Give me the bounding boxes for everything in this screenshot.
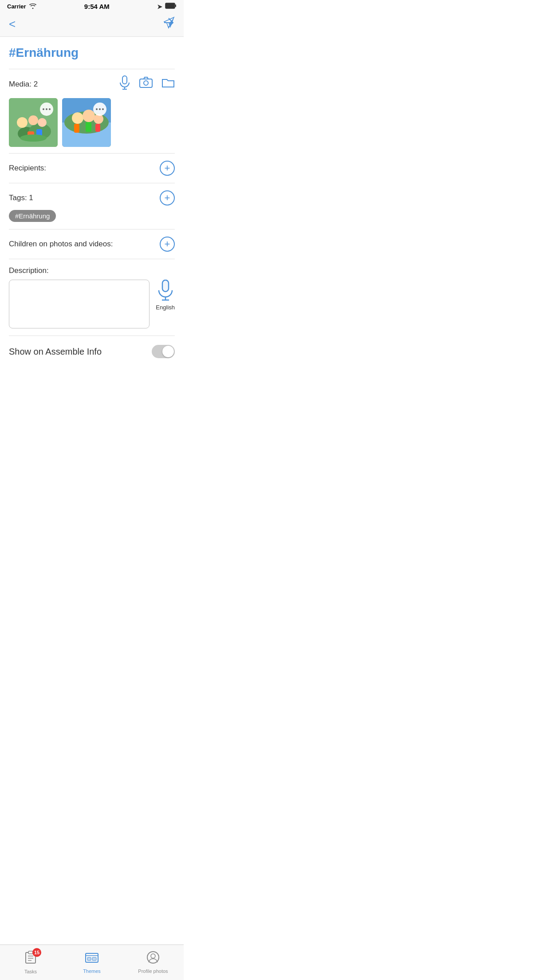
thumbnail-more-1[interactable] <box>40 103 53 116</box>
assemble-label: Show on Assemble Info <box>9 347 102 357</box>
media-section: Media: 2 <box>9 69 175 154</box>
svg-point-14 <box>38 118 47 127</box>
children-section: Children on photos and videos: + <box>9 229 175 259</box>
svg-rect-7 <box>140 79 152 87</box>
svg-rect-1 <box>175 4 176 7</box>
children-label: Children on photos and videos: <box>9 240 113 249</box>
svg-rect-29 <box>95 124 100 132</box>
svg-point-12 <box>17 117 28 128</box>
tags-section: Tags: 1 + #Ernährung <box>9 183 175 229</box>
voice-button[interactable]: English <box>156 280 175 311</box>
tags-label: Tags: 1 <box>9 194 33 202</box>
svg-point-17 <box>20 134 47 142</box>
add-recipients-button[interactable]: + <box>160 161 175 176</box>
thumbnail-more-2[interactable] <box>93 103 106 116</box>
svg-rect-0 <box>165 3 175 8</box>
status-right-icons: ➤ <box>157 3 177 10</box>
battery-icon <box>165 3 177 10</box>
tags-list: #Ernährung <box>9 210 175 222</box>
voice-label: English <box>156 304 175 311</box>
svg-rect-27 <box>74 124 79 133</box>
wifi-icon <box>29 3 37 10</box>
description-input[interactable] <box>9 280 150 328</box>
svg-rect-33 <box>162 280 169 292</box>
camera-icon[interactable] <box>139 77 153 91</box>
svg-point-31 <box>99 108 101 110</box>
back-button[interactable]: < <box>9 17 16 31</box>
assemble-section: Show on Assemble Info <box>9 336 175 367</box>
thumbnail-2[interactable] <box>62 98 111 147</box>
status-bar: Carrier 9:54 AM ➤ <box>0 0 184 13</box>
tag-item[interactable]: #Ernährung <box>9 210 56 222</box>
svg-point-32 <box>102 108 104 110</box>
svg-point-18 <box>43 108 44 110</box>
send-button[interactable] <box>162 16 175 32</box>
svg-point-8 <box>144 81 148 85</box>
page-title: #Ernährung <box>9 46 175 60</box>
media-label: Media: 2 <box>9 80 38 89</box>
folder-icon[interactable] <box>161 77 175 91</box>
main-content: #Ernährung Media: 2 <box>0 37 184 367</box>
svg-rect-4 <box>122 76 127 84</box>
status-time: 9:54 AM <box>84 3 110 10</box>
description-section: Description: English <box>9 259 175 336</box>
svg-point-24 <box>72 112 83 124</box>
location-icon: ➤ <box>157 3 162 10</box>
add-tags-button[interactable]: + <box>160 190 175 205</box>
recipients-section: Recipients: + <box>9 154 175 183</box>
svg-point-30 <box>96 108 98 110</box>
thumbnail-list <box>9 98 175 147</box>
carrier-text: Carrier <box>7 3 26 10</box>
svg-point-19 <box>46 108 47 110</box>
svg-point-25 <box>83 110 95 122</box>
svg-point-20 <box>49 108 51 110</box>
status-carrier: Carrier <box>7 3 37 10</box>
svg-point-13 <box>28 115 38 125</box>
add-children-button[interactable]: + <box>160 237 175 252</box>
microphone-icon[interactable] <box>119 75 130 93</box>
description-label: Description: <box>9 266 175 275</box>
voice-icon <box>157 280 174 302</box>
thumbnail-1[interactable] <box>9 98 58 147</box>
svg-rect-28 <box>86 122 91 132</box>
recipients-label: Recipients: <box>9 164 46 173</box>
toggle-knob <box>162 346 174 357</box>
nav-bar: < <box>0 13 184 37</box>
assemble-toggle[interactable] <box>152 345 175 358</box>
